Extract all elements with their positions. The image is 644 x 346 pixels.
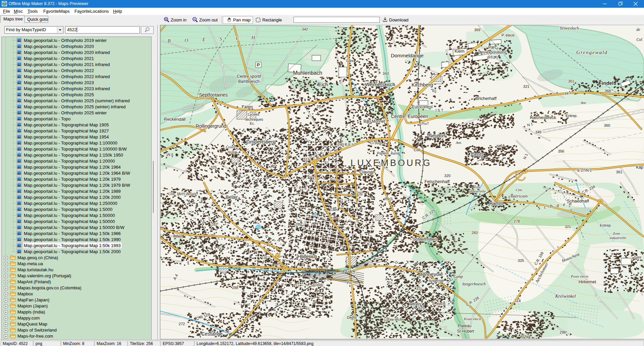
- svg-text:Ant.: Ant.: [580, 101, 587, 105]
- svg-text:St-Hubert: St-Hubert: [457, 329, 474, 334]
- svg-text:I.S.T.: I.S.T.: [435, 108, 444, 112]
- svg-text:342: 342: [302, 27, 308, 31]
- svg-text:Reckendall: Reckendall: [164, 117, 185, 122]
- svg-text:Centre: Centre: [226, 145, 236, 149]
- svg-text:289: 289: [296, 222, 302, 226]
- svg-text:E 27/N 2: E 27/N 2: [578, 168, 592, 172]
- svg-text:O: O: [185, 38, 189, 43]
- svg-text:Col: Col: [636, 37, 642, 42]
- svg-text:Eurocontrol: Eurocontrol: [412, 105, 432, 109]
- svg-text:Itzig: Itzig: [521, 334, 530, 339]
- svg-text:Hirkemet: Hirkemet: [579, 279, 596, 284]
- svg-text:Poste électr.: Poste électr.: [464, 317, 482, 321]
- svg-text:Hollerich: Hollerich: [298, 253, 317, 259]
- svg-text:Bricherhaff: Bricherhaff: [476, 96, 497, 101]
- svg-text:des expositions: des expositions: [479, 50, 506, 55]
- svg-text:Kalchesbreck: Kalchesbreck: [530, 115, 556, 120]
- svg-text:315: 315: [418, 306, 424, 310]
- svg-text:Hamm: Hamm: [489, 201, 503, 206]
- svg-text:Faïen: Faïen: [241, 104, 253, 109]
- svg-text:325: 325: [518, 258, 524, 263]
- svg-text:N 6: N 6: [167, 153, 173, 157]
- svg-text:314: 314: [515, 299, 521, 303]
- svg-text:(F.I.L.): (F.I.L.): [487, 55, 497, 59]
- svg-text:296: 296: [560, 330, 566, 334]
- svg-text:Parc: Parc: [488, 45, 497, 50]
- svg-text:Kap: Kap: [636, 165, 643, 170]
- svg-text:Pisc.: Pisc.: [421, 121, 429, 125]
- svg-text:Cessange: Cessange: [201, 331, 222, 337]
- svg-text:272: 272: [179, 322, 185, 326]
- svg-text:Findel: Findel: [599, 80, 613, 86]
- svg-text:Centre sportif: Centre sportif: [237, 74, 261, 79]
- svg-text:Centre, Européen: Centre, Européen: [391, 114, 428, 119]
- svg-text:283: 283: [472, 231, 478, 235]
- svg-text:Rollingergrund: Rollingergrund: [196, 123, 226, 129]
- svg-text:Itzigerboesch: Itzigerboesch: [462, 281, 486, 286]
- svg-text:S: S: [219, 36, 222, 42]
- svg-text:altreis: altreis: [410, 301, 421, 306]
- svg-text:343: 343: [383, 71, 389, 75]
- svg-text:C. Just. E: C. Just. E: [370, 141, 386, 145]
- svg-text:Teiweslach: Teiweslach: [559, 25, 579, 31]
- svg-text:360: 360: [604, 123, 610, 127]
- svg-text:240 B.E.I: 240 B.E.I: [337, 142, 353, 147]
- svg-text:356: 356: [558, 149, 564, 153]
- svg-text:de: de: [636, 27, 640, 32]
- svg-text:Zone: Zone: [613, 231, 620, 235]
- svg-text:Kiem: Kiem: [454, 49, 465, 54]
- svg-text:Lycée techn: Lycée techn: [384, 318, 404, 322]
- svg-text:Eich: Eich: [318, 81, 328, 87]
- svg-text:Us.: Us.: [222, 271, 227, 274]
- svg-text:Cim. Merl-Belair: Cim. Merl-Belair: [168, 191, 196, 196]
- svg-text:Entrep.: Entrep.: [566, 114, 577, 118]
- svg-text:282: 282: [211, 222, 217, 226]
- svg-text:Parlem. europ.: Parlem. europ.: [377, 151, 401, 155]
- svg-text:industrielle: industrielle: [469, 189, 486, 193]
- svg-text:Belair: Belair: [226, 194, 238, 200]
- svg-text:Kirchberg: Kirchberg: [412, 82, 433, 88]
- svg-text:Us.: Us.: [388, 281, 393, 284]
- svg-text:321: 321: [523, 84, 529, 89]
- svg-text:I.N.S.: I.N.S.: [384, 197, 394, 201]
- svg-text:H: H: [251, 35, 256, 40]
- svg-text:B: B: [167, 38, 170, 44]
- svg-text:Bamboesch: Bamboesch: [238, 79, 259, 84]
- svg-text:369: 369: [474, 28, 480, 32]
- svg-text:Schleifmillen: Schleifmillen: [413, 237, 437, 242]
- svg-text:325: 325: [211, 165, 217, 169]
- svg-text:Weimerskirch: Weimerskirch: [365, 81, 395, 87]
- svg-text:Lyc: Lyc: [262, 255, 268, 259]
- svg-text:321: 321: [565, 225, 571, 229]
- svg-text:Ec.: Ec.: [432, 89, 437, 93]
- svg-text:Grengewald: Grengewald: [576, 50, 608, 55]
- svg-text:Limpertsberg: Limpertsberg: [246, 139, 276, 145]
- svg-text:Pisc.: Pisc.: [346, 281, 354, 285]
- svg-text:361: 361: [568, 79, 574, 83]
- svg-text:Us.: Us.: [296, 283, 300, 287]
- svg-text:Bât. Monnet: Bât. Monnet: [364, 119, 385, 124]
- svg-text:Ec.: Ec.: [250, 122, 255, 125]
- svg-text:P. électr.: P. électr.: [432, 302, 446, 306]
- svg-text:278: 278: [514, 219, 520, 223]
- svg-text:Cents: Cents: [471, 152, 484, 157]
- svg-text:Ec.: Ec.: [306, 306, 311, 310]
- svg-text:Itzigerstè: Itzigerstè: [429, 279, 444, 283]
- svg-text:311: 311: [416, 287, 422, 291]
- svg-text:Dépôt: Dépôt: [347, 315, 357, 320]
- svg-text:la Gare: la Gare: [341, 269, 356, 274]
- svg-text:Zone: Zone: [474, 185, 481, 189]
- svg-text:Lycées: Lycées: [248, 112, 260, 116]
- svg-text:Cath.: Cath.: [330, 208, 338, 212]
- svg-text:Ant.: Ant.: [455, 140, 462, 145]
- svg-text:368: 368: [605, 89, 611, 93]
- svg-text:288: 288: [232, 286, 238, 290]
- svg-text:Plateau: Plateau: [458, 324, 472, 328]
- svg-text:Pyl: Pyl: [317, 105, 322, 109]
- svg-text:Neudorf: Neudorf: [429, 133, 445, 138]
- svg-text:Kréiwinkel: Kréiwinkel: [555, 294, 576, 299]
- svg-text:Muhlenbach: Muhlenbach: [293, 70, 322, 76]
- svg-text:Cim.: Cim.: [516, 188, 523, 192]
- svg-text:320: 320: [444, 174, 450, 178]
- svg-text:Camp: Camp: [453, 274, 463, 279]
